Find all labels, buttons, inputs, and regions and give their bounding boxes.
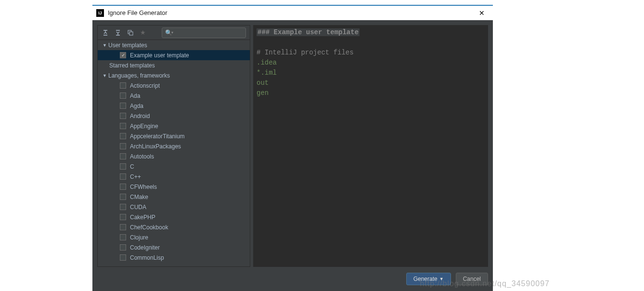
button-row: Generate ▼ Cancel — [97, 267, 488, 286]
checkbox[interactable] — [120, 93, 126, 99]
editor-line: .idea — [257, 59, 277, 66]
checkbox[interactable] — [120, 133, 126, 139]
template-list-panel: ★ 🔍▾ ▼User templatesExample user templat… — [97, 25, 250, 267]
checkbox[interactable] — [120, 123, 126, 129]
editor-line: out — [257, 79, 269, 87]
tree-item[interactable]: Agda — [98, 101, 250, 111]
chevron-down-icon: ▼ — [439, 277, 444, 281]
tree-group-header: Starred templates — [98, 60, 250, 70]
tree-group-label: User templates — [108, 42, 147, 49]
search-input[interactable]: 🔍▾ — [162, 27, 246, 38]
tree-item-label: CodeIgniter — [130, 244, 160, 251]
checkbox[interactable] — [120, 82, 126, 89]
tree-item[interactable]: CFWheels — [98, 182, 250, 192]
checkbox[interactable] — [120, 184, 126, 190]
tree-item[interactable]: ArchLinuxPackages — [98, 141, 250, 151]
tree-item-label: C — [130, 163, 134, 170]
tree-group-header[interactable]: ▼User templates — [98, 40, 250, 50]
generate-button[interactable]: Generate ▼ — [406, 273, 451, 285]
tree-group-header[interactable]: ▼Languages, frameworks — [98, 70, 250, 80]
checkbox[interactable] — [120, 204, 126, 210]
checkbox[interactable] — [120, 52, 126, 58]
tree-item[interactable]: Ada — [98, 91, 250, 101]
content-row: ★ 🔍▾ ▼User templatesExample user templat… — [97, 25, 488, 267]
tree-item-label: ChefCookbook — [130, 224, 168, 231]
editor-line: gen — [257, 89, 269, 97]
collapse-all-icon[interactable] — [114, 29, 122, 37]
star-icon[interactable]: ★ — [139, 29, 147, 37]
tree-item[interactable]: CakePHP — [98, 212, 250, 222]
tree-item[interactable]: CommonLisp — [98, 252, 250, 263]
tree-item[interactable]: CodeIgniter — [98, 242, 250, 252]
tree-item-label: Example user template — [130, 52, 189, 59]
checkbox[interactable] — [120, 113, 126, 119]
tree-item-label: Ada — [130, 93, 140, 99]
tree-item[interactable]: Android — [98, 111, 250, 121]
tree-item-label: CMake — [130, 194, 148, 200]
copy-icon[interactable] — [127, 29, 134, 37]
tree-item-label: Agda — [130, 103, 143, 109]
checkbox[interactable] — [120, 143, 126, 149]
titlebar: IJ Ignore File Generator ✕ — [92, 6, 493, 20]
checkbox[interactable] — [120, 173, 126, 180]
dialog-window: IJ Ignore File Generator ✕ ★ — [92, 5, 493, 291]
tree-item-label: AppEngine — [130, 123, 158, 130]
tree-item[interactable]: AppceleratorTitanium — [98, 131, 250, 141]
tree-item[interactable]: Autotools — [98, 151, 250, 161]
editor-heading: ### Example user template — [257, 28, 360, 36]
checkbox[interactable] — [120, 224, 126, 230]
checkbox[interactable] — [120, 244, 126, 251]
checkbox[interactable] — [120, 153, 126, 159]
tree-item[interactable]: Clojure — [98, 232, 250, 242]
tree-item-label: CakePHP — [130, 214, 155, 221]
tree-item-label: Clojure — [130, 234, 148, 241]
cancel-label: Cancel — [463, 276, 481, 282]
checkbox[interactable] — [120, 163, 126, 170]
checkbox[interactable] — [120, 254, 126, 261]
toolbar: ★ 🔍▾ — [98, 26, 250, 40]
svg-rect-1 — [129, 32, 133, 35]
tree-item-label: C++ — [130, 173, 141, 180]
checkbox[interactable] — [120, 103, 126, 109]
tree-item[interactable]: CMake — [98, 192, 250, 202]
editor-line: # IntelliJ project files — [257, 49, 354, 56]
app-icon: IJ — [96, 9, 104, 17]
chevron-down-icon: ▼ — [103, 43, 108, 48]
tree-item[interactable]: CUDA — [98, 202, 250, 212]
preview-editor[interactable]: ### Example user template # IntelliJ pro… — [253, 25, 488, 267]
tree-item-label: CFWheels — [130, 184, 157, 190]
tree-group-label: Languages, frameworks — [108, 72, 170, 79]
checkbox[interactable] — [120, 234, 126, 240]
checkbox[interactable] — [120, 194, 126, 200]
tree-item-label: CUDA — [130, 204, 146, 211]
dialog-body: ★ 🔍▾ ▼User templatesExample user templat… — [92, 20, 493, 291]
tree-item[interactable]: Example user template — [98, 50, 250, 60]
generate-label: Generate — [413, 276, 438, 282]
tree-item-label: Android — [130, 113, 150, 119]
tree-item-label: AppceleratorTitanium — [130, 133, 185, 140]
tree-item-label: CommonLisp — [130, 254, 164, 261]
tree-item[interactable]: Actionscript — [98, 80, 250, 91]
tree-item[interactable]: AppEngine — [98, 121, 250, 131]
tree-item[interactable]: C++ — [98, 172, 250, 182]
template-tree[interactable]: ▼User templatesExample user templateStar… — [98, 40, 250, 266]
checkbox[interactable] — [120, 214, 126, 220]
close-icon[interactable]: ✕ — [475, 6, 489, 20]
expand-all-icon[interactable] — [102, 29, 109, 37]
tree-item[interactable]: C — [98, 161, 250, 172]
editor-line: *.iml — [257, 69, 277, 77]
dialog-title: Ignore File Generator — [108, 9, 475, 16]
cancel-button[interactable]: Cancel — [456, 273, 488, 285]
tree-item[interactable]: ChefCookbook — [98, 222, 250, 232]
tree-item-label: Autotools — [130, 153, 154, 160]
tree-item-label: Actionscript — [130, 82, 160, 89]
chevron-down-icon: ▼ — [103, 73, 108, 78]
tree-item-label: ArchLinuxPackages — [130, 143, 181, 150]
